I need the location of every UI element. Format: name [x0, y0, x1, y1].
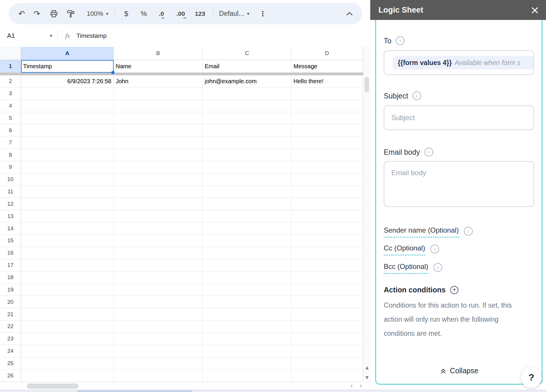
cell-A3[interactable]	[21, 88, 114, 100]
page-bottom-scrollbar[interactable]	[0, 390, 546, 392]
cell-B8[interactable]	[114, 149, 203, 161]
cell-A12[interactable]	[21, 198, 114, 210]
vertical-scrollbar[interactable]: ▲ ▼	[363, 47, 370, 382]
form-values-chip[interactable]: {{form values 4}} Available when form s	[393, 56, 534, 69]
undo-button[interactable]: ↶	[15, 7, 28, 21]
cell-C19[interactable]	[203, 284, 291, 296]
paint-format-button[interactable]	[64, 7, 77, 21]
column-header-C[interactable]: C	[203, 47, 291, 60]
cell-D24[interactable]	[291, 345, 363, 357]
cell-D14[interactable]	[291, 222, 363, 235]
horizontal-scrollbar-thumb[interactable]	[27, 384, 79, 389]
row-header-16[interactable]: 16	[0, 247, 21, 259]
cell-C11[interactable]	[203, 186, 291, 198]
row-header-13[interactable]: 13	[0, 210, 21, 222]
decrease-decimal-button[interactable]: .0←	[154, 7, 169, 21]
row-header-10[interactable]: 10	[0, 173, 21, 186]
cell-C12[interactable]	[203, 198, 291, 210]
row-header-2[interactable]: 2	[0, 75, 21, 88]
scroll-left-button[interactable]: ‹	[348, 382, 355, 390]
cell-C13[interactable]	[203, 210, 291, 222]
cell-C18[interactable]	[203, 272, 291, 284]
cell-B12[interactable]	[114, 198, 203, 210]
cell-B18[interactable]	[114, 272, 203, 284]
collapse-toolbar-button[interactable]	[343, 7, 356, 21]
close-icon[interactable]: ×	[528, 4, 541, 16]
row-header-9[interactable]: 9	[0, 161, 21, 173]
cell-B11[interactable]	[114, 186, 203, 198]
cell-A17[interactable]	[21, 259, 114, 272]
column-header-A[interactable]: A	[21, 47, 114, 60]
cell-C6[interactable]	[203, 124, 291, 137]
email-body-input[interactable]	[384, 161, 534, 207]
row-header-25[interactable]: 25	[0, 357, 21, 370]
row-header-26[interactable]: 26	[0, 369, 21, 382]
cell-A8[interactable]	[21, 149, 114, 161]
column-header-D[interactable]: D	[291, 47, 363, 60]
cell-C8[interactable]	[203, 149, 291, 161]
number-format-button[interactable]: 123	[192, 7, 208, 21]
cell-C22[interactable]	[203, 321, 291, 333]
cell-A21[interactable]	[21, 308, 114, 321]
row-header-5[interactable]: 5	[0, 112, 21, 125]
cell-B23[interactable]	[114, 333, 203, 345]
cell-B15[interactable]	[114, 235, 203, 247]
cell-D25[interactable]	[291, 357, 363, 370]
row-header-21[interactable]: 21	[0, 308, 21, 321]
subject-input[interactable]	[384, 105, 534, 130]
cell-D23[interactable]	[291, 333, 363, 345]
row-header-24[interactable]: 24	[0, 345, 21, 357]
more-options-button[interactable]: ⋮	[257, 7, 269, 21]
cell-B19[interactable]	[114, 284, 203, 296]
cell-D5[interactable]	[291, 112, 363, 125]
cell-B4[interactable]	[114, 100, 203, 112]
bcc-optional-link[interactable]: Bcc (Optional)	[384, 263, 428, 274]
cell-A24[interactable]	[21, 345, 114, 357]
sender-name-optional-link[interactable]: Sender name (Optional)	[384, 226, 459, 238]
cell-C25[interactable]	[203, 357, 291, 370]
cell-D19[interactable]	[291, 284, 363, 296]
cell-A5[interactable]	[21, 112, 114, 125]
cell-A20[interactable]	[21, 296, 114, 308]
cell-D6[interactable]	[291, 124, 363, 137]
cell-D17[interactable]	[291, 259, 363, 272]
cell-C17[interactable]	[203, 259, 291, 272]
row-header-12[interactable]: 12	[0, 198, 21, 210]
cell-D20[interactable]	[291, 296, 363, 308]
format-currency-button[interactable]: $	[120, 7, 133, 21]
cell-A23[interactable]	[21, 333, 114, 345]
cell-A1[interactable]: Timestamp	[21, 60, 114, 73]
scroll-up-button[interactable]: ▲	[364, 365, 371, 370]
row-header-11[interactable]: 11	[0, 186, 21, 198]
cell-A22[interactable]	[21, 321, 114, 333]
cell-A26[interactable]	[21, 369, 114, 382]
to-info-icon[interactable]: i	[396, 36, 405, 45]
help-button[interactable]: ?	[521, 367, 542, 388]
cell-D7[interactable]	[291, 137, 363, 149]
cell-C1[interactable]: Email	[203, 60, 291, 73]
cell-B5[interactable]	[114, 112, 203, 125]
row-header-20[interactable]: 20	[0, 296, 21, 308]
row-header-19[interactable]: 19	[0, 284, 21, 296]
increase-decimal-button[interactable]: .00→	[173, 7, 189, 21]
cell-B14[interactable]	[114, 222, 203, 235]
cell-D10[interactable]	[291, 173, 363, 186]
add-condition-icon[interactable]: +	[450, 286, 458, 294]
bcc-info-icon[interactable]: i	[434, 263, 442, 272]
text-style-select[interactable]: Defaul... ▾	[219, 7, 249, 21]
cell-D9[interactable]	[291, 161, 363, 173]
cell-C20[interactable]	[203, 296, 291, 308]
zoom-select[interactable]: 100% ▾	[87, 7, 108, 21]
cell-C7[interactable]	[203, 137, 291, 149]
row-header-8[interactable]: 8	[0, 149, 21, 161]
row-header-22[interactable]: 22	[0, 321, 21, 333]
cell-C15[interactable]	[203, 235, 291, 247]
cell-B22[interactable]	[114, 321, 203, 333]
print-button[interactable]	[47, 7, 60, 21]
cell-C9[interactable]	[203, 161, 291, 173]
cc-info-icon[interactable]: i	[430, 245, 439, 253]
row-header-4[interactable]: 4	[0, 100, 21, 112]
vertical-scrollbar-thumb[interactable]	[365, 77, 369, 92]
cell-C2[interactable]: john@example.com	[203, 75, 291, 88]
redo-button[interactable]: ↷	[30, 7, 43, 21]
